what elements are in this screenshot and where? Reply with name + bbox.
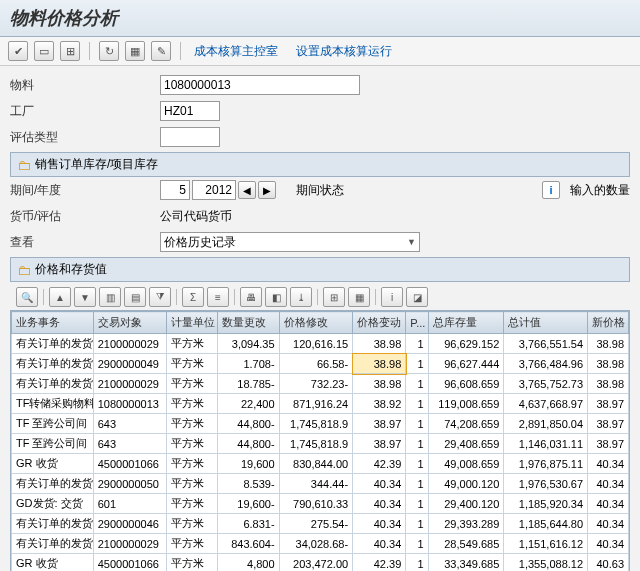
prev-period-button[interactable]: ◀ [238,181,256,199]
table-row[interactable]: 有关订单的发货2900000046平方米6.831-275.54-40.3412… [12,514,629,534]
cell: 平方米 [167,334,218,354]
cell: 有关订单的发货 [12,334,94,354]
table-row[interactable]: TF 至跨公司间643平方米44,800-1,745,818.938.97129… [12,434,629,454]
cell: 38.98 [353,374,406,394]
cell: 29,408.659 [428,434,504,454]
col-header[interactable]: 交易对象 [93,312,167,334]
col-header[interactable]: 价格变动 [353,312,406,334]
cell: 29,393.289 [428,514,504,534]
cell: 1 [406,514,428,534]
col-header[interactable]: 总计值 [504,312,588,334]
cell: 平方米 [167,474,218,494]
table-row[interactable]: GR 收货4500001066平方米19,600830,844.0042.391… [12,454,629,474]
gt-detail-icon[interactable]: 🔍 [16,287,38,307]
table-row[interactable]: TF转储采购物料1080000013平方米22,400871,916.2438.… [12,394,629,414]
section-stock[interactable]: 🗀 销售订单库存/项目库存 [10,152,630,177]
view-dropdown[interactable]: 价格历史记录 [160,232,420,252]
tb-refresh-icon[interactable]: ↻ [99,41,119,61]
gt-print-icon[interactable]: 🖶 [240,287,262,307]
cell: GD发货: 交货 [12,494,94,514]
gt-layout-icon[interactable]: ⊞ [323,287,345,307]
cell: 4500001066 [93,554,167,572]
table-row[interactable]: 有关订单的发货2900000049平方米1.708-66.58-38.98196… [12,354,629,374]
col-header[interactable]: 价格修改 [279,312,353,334]
gt-info-icon[interactable]: i [381,287,403,307]
gt-subtot-icon[interactable]: ≡ [207,287,229,307]
cell: 1,151,616.12 [504,534,588,554]
gt-sortdesc-icon[interactable]: ▼ [74,287,96,307]
plant-input[interactable] [160,101,220,121]
currency-value: 公司代码货币 [160,208,232,225]
cell: 44,800- [218,414,279,434]
gt-misc-icon[interactable]: ◪ [406,287,428,307]
col-header[interactable]: 计量单位 [167,312,218,334]
col-header[interactable]: P... [406,312,428,334]
table-row[interactable]: 有关订单的发货2100000029平方米18.785-732.23-38.981… [12,374,629,394]
info-icon[interactable]: i [542,181,560,199]
cell: 3,766,484.96 [504,354,588,374]
cell: 790,610.33 [279,494,353,514]
tb-doc-icon[interactable]: ▭ [34,41,54,61]
col-header[interactable]: 新价格 [588,312,629,334]
cell: 1 [406,554,428,572]
section-price-label: 价格和存货值 [35,261,107,278]
table-row[interactable]: TF 至跨公司间643平方米44,800-1,745,818.938.97174… [12,414,629,434]
cell: 40.34 [588,454,629,474]
cell: 871,916.24 [279,394,353,414]
cell: 1 [406,354,428,374]
gt-sortasc-icon[interactable]: ▲ [49,287,71,307]
period-status-label: 期间状态 [296,182,344,199]
tb-check-icon[interactable]: ✔ [8,41,28,61]
gt-export-icon[interactable]: ⤓ [290,287,312,307]
table-row[interactable]: 有关订单的发货2100000029平方米3,094.35120,616.1538… [12,334,629,354]
cell: 平方米 [167,434,218,454]
period-input[interactable] [160,180,190,200]
data-grid[interactable]: 业务事务交易对象计量单位数量更改价格修改价格变动P...总库存量总计值新价格有关… [10,310,630,571]
col-header[interactable]: 总库存量 [428,312,504,334]
next-period-button[interactable]: ▶ [258,181,276,199]
gt-layout2-icon[interactable]: ▦ [348,287,370,307]
gt-col-icon[interactable]: ▥ [99,287,121,307]
cell: 1,745,818.9 [279,434,353,454]
cell: 6.831- [218,514,279,534]
cell: 1 [406,534,428,554]
cell: 8.539- [218,474,279,494]
cell: TF 至跨公司间 [12,414,94,434]
col-header[interactable]: 数量更改 [218,312,279,334]
tb-tree-icon[interactable]: ⊞ [60,41,80,61]
gt-view-icon[interactable]: ◧ [265,287,287,307]
tb-tool-icon[interactable]: ✎ [151,41,171,61]
valtype-input[interactable] [160,127,220,147]
cell: 平方米 [167,514,218,534]
cell: 40.34 [353,514,406,534]
cell: 42.39 [353,454,406,474]
folder-icon: 🗀 [17,157,31,173]
cell: 38.97 [588,414,629,434]
gt-sum-icon[interactable]: Σ [182,287,204,307]
tb-grid-icon[interactable]: ▦ [125,41,145,61]
cell: 平方米 [167,394,218,414]
gt-col2-icon[interactable]: ▤ [124,287,146,307]
cell: 344.44- [279,474,353,494]
year-input[interactable] [192,180,236,200]
col-header[interactable]: 业务事务 [12,312,94,334]
link-cost-run[interactable]: 设置成本核算运行 [296,43,392,60]
cell: 40.34 [588,514,629,534]
cell: 38.97 [353,414,406,434]
cell: 有关订单的发货 [12,534,94,554]
cell: 1.708- [218,354,279,374]
cell: 2100000029 [93,334,167,354]
gt-filter-icon[interactable]: ⧩ [149,287,171,307]
link-cost-main[interactable]: 成本核算主控室 [194,43,278,60]
material-input[interactable] [160,75,360,95]
cell: 1,745,818.9 [279,414,353,434]
table-row[interactable]: GR 收货4500001066平方米4,800203,472.0042.3913… [12,554,629,572]
table-row[interactable]: 有关订单的发货2100000029平方米843.604-34,028.68-40… [12,534,629,554]
cell: 有关订单的发货 [12,374,94,394]
cell: 2900000049 [93,354,167,374]
table-row[interactable]: GD发货: 交货601平方米19,600-790,610.3340.34129,… [12,494,629,514]
table-row[interactable]: 有关订单的发货2900000050平方米8.539-344.44-40.3414… [12,474,629,494]
cell: 29,400.120 [428,494,504,514]
cell: 44,800- [218,434,279,454]
section-price[interactable]: 🗀 价格和存货值 [10,257,630,282]
